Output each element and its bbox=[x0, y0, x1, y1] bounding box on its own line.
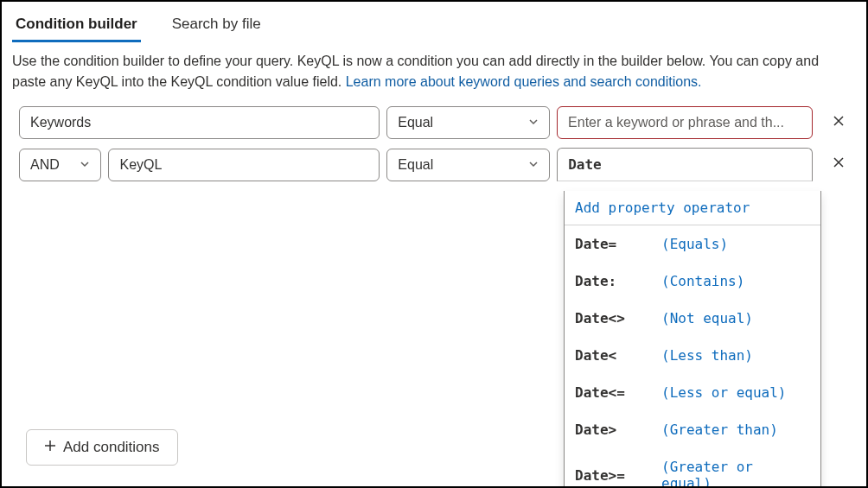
learn-more-link[interactable]: Learn more about keyword queries and sea… bbox=[346, 74, 702, 89]
autocomplete-dropdown: Add property operator Date= (Equals) Dat… bbox=[564, 191, 821, 488]
operator-select-equal-2[interactable]: Equal bbox=[386, 149, 550, 181]
operator-desc: (Less or equal) bbox=[661, 384, 787, 401]
operator-desc: (Greater or equal) bbox=[661, 459, 810, 488]
operator-desc: (Less than) bbox=[661, 347, 753, 364]
operator-desc: (Equals) bbox=[661, 236, 728, 252]
operator-code: Date>= bbox=[575, 467, 661, 484]
property-label: KeyQL bbox=[119, 157, 162, 173]
keyql-value-input[interactable]: Date bbox=[557, 148, 813, 181]
remove-row-icon[interactable] bbox=[828, 155, 849, 174]
dropdown-item[interactable]: Date<> (Not equal) bbox=[565, 300, 820, 337]
operator-label: Equal bbox=[398, 157, 433, 173]
add-conditions-button[interactable]: Add conditions bbox=[26, 429, 178, 466]
plus-icon bbox=[44, 439, 56, 456]
logic-label: AND bbox=[30, 157, 60, 173]
operator-code: Date: bbox=[575, 273, 661, 289]
dropdown-header: Add property operator bbox=[565, 191, 820, 225]
operator-desc: (Not equal) bbox=[661, 310, 753, 326]
operator-code: Date<> bbox=[575, 310, 661, 326]
tabs-container: Condition builder Search by file bbox=[2, 2, 866, 42]
dropdown-item[interactable]: Date< (Less than) bbox=[565, 337, 820, 374]
add-conditions-label: Add conditions bbox=[63, 439, 160, 456]
operator-code: Date= bbox=[575, 236, 661, 252]
property-select-keyql[interactable]: KeyQL bbox=[108, 149, 380, 181]
operator-desc: (Contains) bbox=[661, 273, 744, 289]
operator-select-equal[interactable]: Equal bbox=[386, 106, 550, 139]
dropdown-item[interactable]: Date= (Equals) bbox=[565, 225, 820, 263]
remove-row-icon[interactable] bbox=[828, 114, 849, 132]
keyword-input[interactable]: Enter a keyword or phrase and th... bbox=[557, 106, 813, 139]
field-label: Keywords bbox=[30, 115, 91, 130]
dropdown-item[interactable]: Date> (Greater than) bbox=[565, 411, 820, 448]
chevron-down-icon bbox=[80, 158, 90, 172]
operator-label: Equal bbox=[398, 115, 433, 130]
condition-row-1: Keywords Equal Enter a keyword or phrase… bbox=[19, 106, 849, 139]
operator-code: Date< bbox=[575, 347, 661, 364]
description-text: Use the condition builder to define your… bbox=[2, 42, 866, 106]
operator-code: Date<= bbox=[575, 384, 661, 401]
tab-search-by-file[interactable]: Search by file bbox=[169, 10, 265, 41]
dropdown-item[interactable]: Date>= (Greater or equal) bbox=[565, 448, 820, 488]
field-select-keywords[interactable]: Keywords bbox=[19, 106, 380, 139]
tab-condition-builder[interactable]: Condition builder bbox=[12, 10, 141, 41]
operator-desc: (Greater than) bbox=[661, 421, 778, 438]
dropdown-item[interactable]: Date<= (Less or equal) bbox=[565, 374, 820, 411]
condition-rows: Keywords Equal Enter a keyword or phrase… bbox=[2, 106, 866, 181]
keyword-placeholder: Enter a keyword or phrase and th... bbox=[568, 115, 784, 130]
condition-row-2: AND KeyQL Equal Date bbox=[19, 148, 849, 181]
dropdown-item[interactable]: Date: (Contains) bbox=[565, 263, 820, 300]
operator-code: Date> bbox=[575, 421, 661, 438]
chevron-down-icon bbox=[528, 116, 539, 130]
chevron-down-icon bbox=[528, 158, 539, 172]
logic-select-and[interactable]: AND bbox=[19, 149, 101, 181]
